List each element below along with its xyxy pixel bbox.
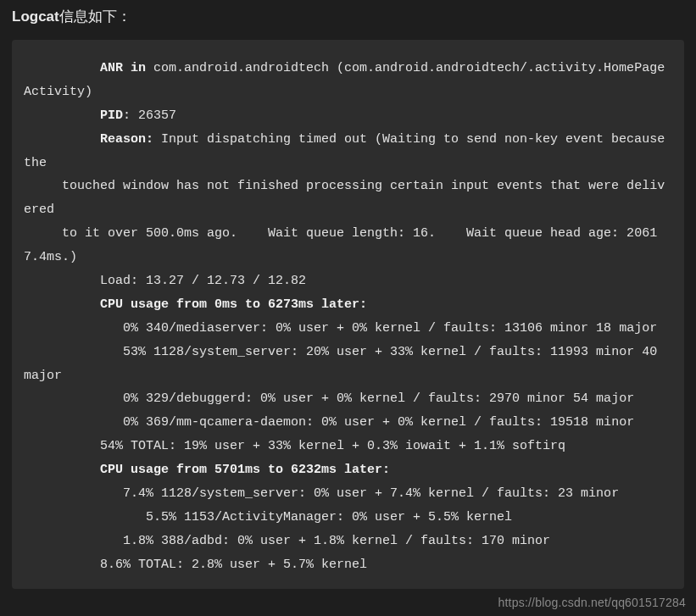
header-suffix: 信息如下： bbox=[59, 8, 131, 25]
pid-label: PID bbox=[100, 108, 123, 123]
anr-label: ANR in bbox=[100, 61, 146, 75]
reason-label: Reason: bbox=[100, 132, 153, 147]
logcat-code-block: ANR in com.android.androidtech (com.andr… bbox=[12, 40, 684, 589]
header-text: Logcat信息如下： bbox=[0, 0, 696, 35]
cpu-usage-1-label: CPU usage from 0ms to 6273ms later: bbox=[100, 297, 367, 312]
watermark: https://blog.csdn.net/qq601517284 bbox=[498, 596, 686, 609]
cpu-usage-2-label: CPU usage from 5701ms to 6232ms later: bbox=[100, 463, 390, 477]
header-bold: Logcat bbox=[12, 8, 59, 25]
